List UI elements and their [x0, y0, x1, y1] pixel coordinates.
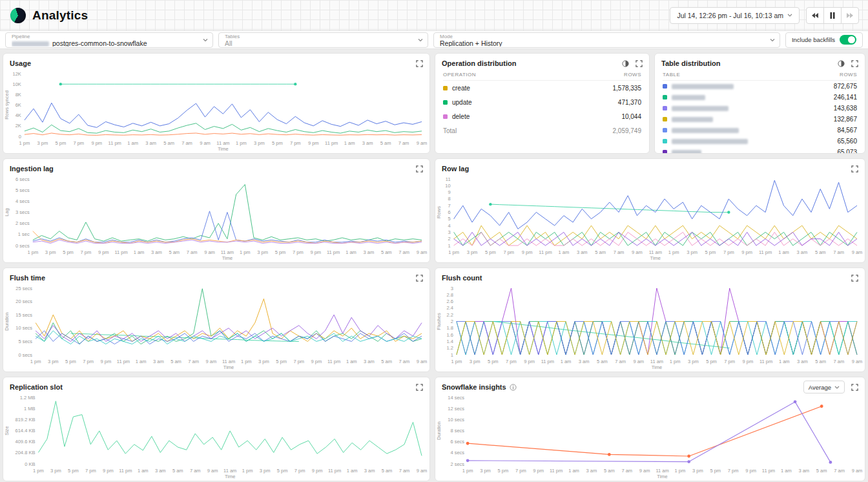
chevron-down-icon — [770, 38, 775, 41]
include-backfills-toggle[interactable] — [840, 35, 856, 45]
svg-text:14 secs: 14 secs — [448, 395, 464, 401]
svg-text:4K: 4K — [16, 112, 21, 118]
row-value: 1,578,335 — [613, 85, 642, 92]
svg-text:5 pm: 5 pm — [277, 468, 288, 474]
svg-text:11 am: 11 am — [216, 140, 229, 146]
svg-text:7 am: 7 am — [833, 359, 844, 364]
svg-text:3: 3 — [448, 229, 450, 235]
svg-text:9 am: 9 am — [632, 249, 643, 255]
operation-distribution-table: OPERATION ROWS create1,578,335update471,… — [435, 69, 649, 153]
row-lag-chart[interactable]: 1234567891011Rows1 pm3 pm5 pm7 pm9 pm11 … — [435, 174, 865, 262]
svg-text:Time: Time — [650, 255, 661, 261]
svg-text:7 am: 7 am — [398, 249, 409, 255]
svg-text:7 pm: 7 pm — [728, 468, 739, 474]
expand-icon[interactable] — [851, 60, 858, 67]
svg-text:1.2: 1.2 — [446, 345, 453, 351]
svg-text:5 pm: 5 pm — [705, 249, 716, 255]
svg-text:1 am: 1 am — [778, 249, 789, 255]
svg-text:Time: Time — [657, 474, 667, 479]
svg-text:1.2 MB: 1.2 MB — [20, 395, 36, 401]
svg-text:7 am: 7 am — [190, 468, 201, 474]
svg-text:11 am: 11 am — [649, 249, 662, 255]
svg-text:1 pm: 1 pm — [236, 140, 247, 146]
svg-text:1 am: 1 am — [559, 249, 570, 255]
svg-text:11 pm: 11 pm — [762, 468, 775, 474]
expand-icon[interactable] — [416, 60, 423, 67]
include-backfills-field: Include backfills — [785, 32, 863, 48]
svg-text:5 am: 5 am — [169, 249, 180, 255]
pause-button[interactable] — [823, 7, 842, 24]
expand-icon[interactable] — [851, 275, 858, 282]
svg-text:11 pm: 11 pm — [327, 249, 340, 255]
svg-text:1 sec: 1 sec — [18, 231, 30, 237]
svg-text:9 am: 9 am — [417, 468, 428, 474]
svg-text:1 pm: 1 pm — [240, 249, 251, 255]
svg-text:5: 5 — [448, 216, 450, 222]
brand: Analytics — [10, 8, 88, 23]
svg-text:2.4: 2.4 — [446, 305, 453, 311]
fast-forward-button[interactable] — [841, 7, 859, 24]
svg-text:5 pm: 5 pm — [272, 140, 283, 146]
pipeline-label: Pipeline — [12, 34, 198, 39]
table-row: 84,567 — [663, 125, 857, 136]
flush-count-chart[interactable]: 11.21.41.61.822.22.42.62.83Flushes1 pm3 … — [435, 284, 865, 372]
expand-icon[interactable] — [851, 384, 858, 391]
svg-text:10: 10 — [445, 183, 450, 189]
svg-text:2K: 2K — [16, 123, 21, 129]
svg-text:6: 6 — [448, 209, 450, 215]
snowflake-insights-chart[interactable]: 2 secs4 secs6 secs8 secs10 secs12 secs14… — [435, 393, 865, 481]
row-label: create — [452, 85, 470, 92]
svg-text:7 am: 7 am — [187, 249, 198, 255]
svg-text:7 am: 7 am — [614, 249, 625, 255]
svg-text:9 pm: 9 pm — [524, 359, 535, 364]
pie-chart-toggle-icon[interactable] — [838, 60, 845, 67]
fast-forward-icon — [846, 12, 854, 19]
series-swatch-icon — [443, 114, 448, 119]
expand-icon[interactable] — [851, 165, 858, 173]
svg-text:11 pm: 11 pm — [759, 249, 772, 255]
flush-time-chart[interactable]: 0 secs5 secs10 secs15 secs20 secs25 secs… — [3, 284, 429, 372]
replication-slot-chart[interactable]: 0 KB204.8 KB409.6 KB614.4 KB819.2 KB1 MB… — [3, 393, 429, 481]
expand-icon[interactable] — [636, 60, 643, 67]
svg-text:3 am: 3 am — [364, 468, 375, 474]
pie-chart-toggle-icon[interactable] — [622, 60, 629, 67]
redacted-text — [12, 41, 49, 47]
expand-icon[interactable] — [416, 275, 423, 282]
svg-text:9 am: 9 am — [852, 249, 863, 255]
rewind-button[interactable] — [806, 7, 824, 24]
svg-text:9 pm: 9 pm — [103, 468, 114, 474]
svg-text:2 secs: 2 secs — [450, 461, 464, 467]
ingestion-lag-chart[interactable]: 0 secs1 sec2 secs3 secs4 secs5 secs6 sec… — [3, 174, 429, 262]
svg-text:9 am: 9 am — [206, 359, 217, 364]
usage-chart[interactable]: 02K4K6K8K10K12KRows synced1 pm3 pm5 pm7 … — [3, 69, 429, 153]
ingestion-lag-card: Ingestion lag 0 secs1 sec2 secs3 secs4 s… — [3, 158, 430, 263]
svg-text:3: 3 — [451, 286, 453, 291]
svg-text:11 pm: 11 pm — [327, 359, 340, 364]
svg-text:7 am: 7 am — [621, 468, 632, 474]
svg-text:Flushes: Flushes — [436, 313, 442, 330]
series-swatch-icon — [663, 84, 667, 89]
mode-select[interactable]: Mode Replication + History — [433, 32, 780, 48]
date-range-picker[interactable]: Jul 14, 12:26 pm - Jul 16, 10:13 am — [670, 7, 800, 24]
svg-text:15 secs: 15 secs — [16, 312, 32, 318]
expand-icon[interactable] — [416, 384, 423, 391]
svg-text:5 pm: 5 pm — [63, 249, 74, 255]
svg-text:7 am: 7 am — [398, 359, 409, 364]
total-row: Total 2,059,749 — [443, 123, 641, 138]
expand-icon[interactable] — [416, 165, 423, 173]
svg-text:Time: Time — [652, 364, 662, 370]
svg-text:7 pm: 7 pm — [85, 468, 96, 474]
svg-text:Rows: Rows — [436, 206, 442, 218]
svg-text:7 am: 7 am — [399, 468, 410, 474]
aggregation-select[interactable]: Average — [803, 381, 845, 393]
svg-text:11 pm: 11 pm — [760, 359, 772, 364]
svg-text:9 am: 9 am — [207, 468, 218, 474]
table-distribution-table: TABLE ROWS 872,675246,141143,638132,8678… — [655, 69, 865, 153]
svg-text:9 pm: 9 pm — [310, 249, 321, 255]
svg-text:1 am: 1 am — [568, 468, 579, 474]
svg-text:7 am: 7 am — [615, 359, 626, 364]
pipeline-select[interactable]: Pipeline postgres-common-to-snowflake — [5, 32, 213, 48]
svg-text:8 secs: 8 secs — [450, 428, 464, 434]
svg-text:1 am: 1 am — [344, 140, 355, 146]
tables-select[interactable]: Tables All — [218, 32, 428, 48]
